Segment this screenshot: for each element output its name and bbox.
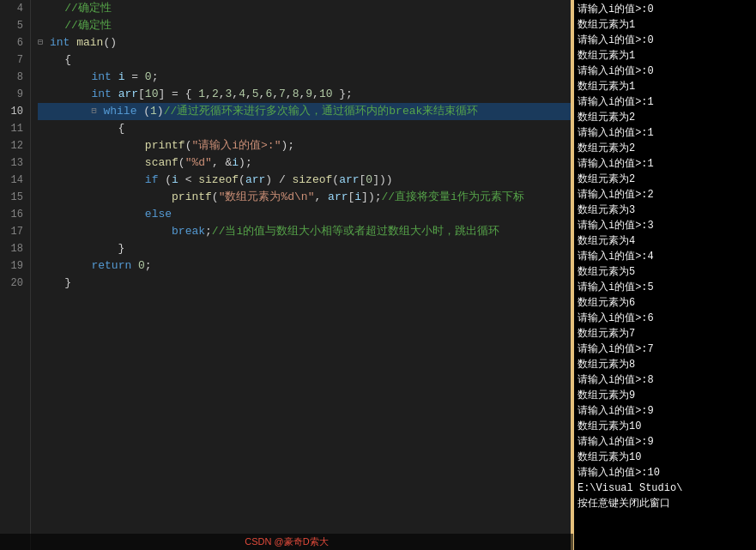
- terminal-line: 数组元素为9: [578, 388, 753, 403]
- line-num-19: 19: [11, 257, 23, 275]
- line-num-20: 20: [11, 275, 23, 292]
- code-line-18: }: [38, 240, 571, 257]
- terminal-line: 数组元素为10: [578, 450, 753, 465]
- terminal-line: 请输入i的值>:3: [578, 218, 753, 233]
- code-line-8: int i = 0;: [38, 69, 571, 86]
- code-line-5: //确定性: [38, 17, 571, 34]
- line-num-15: 15: [11, 189, 23, 206]
- terminal-line: 数组元素为1: [578, 79, 753, 94]
- line-num-5: 5: [17, 17, 23, 34]
- terminal-line: 数组元素为1: [578, 48, 753, 63]
- line-num-10: 10: [11, 103, 23, 120]
- code-panel: 4 5 6 7 8 9 10 11 12 13 14 15 16 17 18 1…: [0, 0, 571, 550]
- code-content: //确定性 //确定性 ⊟int main() { int i = 0;: [31, 0, 571, 550]
- code-line-14: if (i < sizeof(arr) / sizeof(arr[0])): [38, 172, 571, 189]
- line-num-12: 12: [11, 137, 23, 154]
- terminal-line: 数组元素为6: [578, 295, 753, 311]
- terminal-line: 请输入i的值>:6: [578, 311, 753, 326]
- terminal-line: 数组元素为7: [578, 326, 753, 341]
- terminal-line: 数组元素为2: [578, 141, 753, 156]
- terminal-line: 请输入i的值>:2: [578, 187, 753, 202]
- line-num-11: 11: [11, 120, 23, 137]
- line-num-16: 16: [11, 206, 23, 223]
- line-num-14: 14: [11, 172, 23, 189]
- line-num-9: 9: [17, 86, 23, 103]
- code-line-6: ⊟int main(): [38, 34, 571, 51]
- line-numbers: 4 5 6 7 8 9 10 11 12 13 14 15 16 17 18 1…: [0, 0, 31, 550]
- code-line-10: ⊟while (1)//通过死循环来进行多次输入，通过循环内的break来结束循…: [38, 103, 571, 120]
- line-num-8: 8: [17, 69, 23, 86]
- terminal-line: 请输入i的值>:7: [578, 341, 753, 357]
- terminal-line: 请输入i的值>:0: [578, 33, 753, 48]
- terminal-line: 请输入i的值>:5: [578, 280, 753, 295]
- code-line-15: printf("数组元素为%d\n", arr[i]);//直接将变量i作为元素…: [38, 189, 571, 206]
- line-num-7: 7: [17, 51, 23, 69]
- line-num-18: 18: [11, 240, 23, 257]
- watermark: CSDN @豪奇D索大: [0, 534, 573, 550]
- terminal-line: 数组元素为2: [578, 172, 753, 187]
- code-line-16: else: [38, 206, 571, 223]
- code-line-7: {: [38, 51, 571, 69]
- line-num-13: 13: [11, 154, 23, 172]
- terminal-panel: 请输入i的值>:0数组元素为1请输入i的值>:0数组元素为1请输入i的值>:0数…: [574, 0, 756, 550]
- code-line-20: }: [38, 275, 571, 292]
- code-line-9: int arr[10] = { 1,2,3,4,5,6,7,8,9,10 };: [38, 86, 571, 103]
- terminal-line: 请输入i的值>:4: [578, 249, 753, 264]
- terminal-line: 数组元素为10: [578, 419, 753, 434]
- code-line-12: printf("请输入i的值>:");: [38, 137, 571, 154]
- collapse-marker-6[interactable]: ⊟: [38, 38, 48, 48]
- collapse-marker-10[interactable]: ⊟: [91, 106, 101, 117]
- terminal-line: 数组元素为3: [578, 202, 753, 218]
- code-line-19: return 0;: [38, 257, 571, 275]
- terminal-line: 数组元素为5: [578, 264, 753, 280]
- terminal-line: 数组元素为1: [578, 17, 753, 33]
- terminal-line: 数组元素为2: [578, 110, 753, 125]
- terminal-line: 请输入i的值>:0: [578, 2, 753, 17]
- terminal-line: 请输入i的值>:0: [578, 63, 753, 79]
- code-line-4: //确定性: [38, 0, 571, 17]
- terminal-line: 请输入i的值>:9: [578, 403, 753, 419]
- terminal-line: 请输入i的值>:8: [578, 372, 753, 388]
- code-line-17: break;//当i的值与数组大小相等或者超过数组大小时，跳出循环: [38, 223, 571, 240]
- terminal-line: 请输入i的值>:1: [578, 94, 753, 110]
- terminal-line: 请输入i的值>:1: [578, 125, 753, 141]
- terminal-line: 按任意键关闭此窗口: [578, 496, 753, 511]
- code-line-11: {: [38, 120, 571, 137]
- terminal-line: 请输入i的值>:1: [578, 156, 753, 172]
- terminal-line: 数组元素为4: [578, 233, 753, 249]
- line-num-4: 4: [17, 0, 23, 17]
- terminal-line: 请输入i的值>:10: [578, 465, 753, 480]
- line-num-6: 6: [17, 34, 23, 51]
- terminal-line: 数组元素为8: [578, 357, 753, 372]
- code-line-13: scanf("%d", &i);: [38, 154, 571, 172]
- terminal-line: 请输入i的值>:9: [578, 434, 753, 450]
- line-num-17: 17: [11, 223, 23, 240]
- terminal-line: E:\Visual Studio\: [578, 480, 753, 496]
